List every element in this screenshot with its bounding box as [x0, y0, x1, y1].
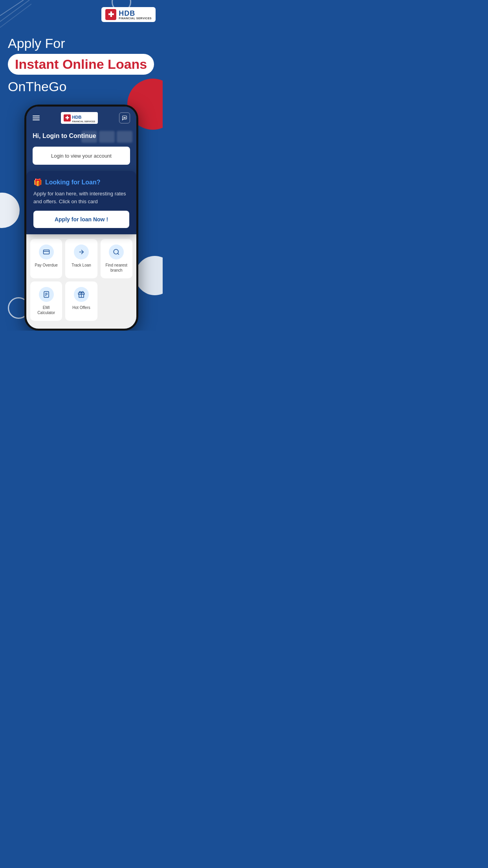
phone-hdb-cross-icon: ✚	[64, 114, 71, 121]
pay-overdue-icon	[39, 245, 54, 259]
page-content: Apply For Instant Online Loans OnTheGo ✚	[0, 0, 163, 331]
hot-offers-label: Hot Offers	[72, 305, 90, 310]
hamburger-menu-icon[interactable]	[33, 116, 40, 120]
menu-item-pay-overdue[interactable]: Pay Overdue	[30, 239, 62, 278]
phone-mockup-wrapper: ✚ HDB FINANCIAL SERVICES	[8, 105, 155, 331]
phone-screen-top: ✚ HDB FINANCIAL SERVICES	[26, 107, 136, 234]
loan-card-title-text: Looking for Loan?	[45, 179, 100, 186]
svg-point-3	[124, 118, 124, 118]
chat-icon[interactable]	[119, 112, 130, 123]
headline-instant-wrapper: Instant Online Loans	[8, 54, 154, 75]
phone-hdb-logo: ✚ HDB FINANCIAL SERVICES	[61, 112, 98, 124]
find-branch-icon	[109, 245, 124, 259]
login-button[interactable]: Login to view your account	[33, 147, 130, 165]
menu-grid-bottom: EMI Calculator Hot Offer	[30, 281, 132, 321]
apply-loan-button[interactable]: Apply for loan Now !	[33, 211, 129, 228]
track-loan-label: Track Loan	[72, 263, 91, 268]
svg-point-5	[125, 118, 125, 118]
svg-point-9	[114, 250, 119, 254]
login-button-label: Login to view your account	[51, 153, 112, 159]
hdb-logo-text: HDB FINANCIAL SERVICES	[119, 10, 152, 20]
hot-offers-icon	[74, 287, 89, 302]
phone-screen-bottom: Pay Overdue Track Loan	[26, 234, 136, 329]
headline-line3: OnTheGo	[8, 79, 155, 95]
hdb-logo-cross-icon: ✚	[105, 9, 116, 20]
track-loan-icon	[74, 245, 89, 259]
loan-card-description: Apply for loan here, with interesting ra…	[33, 190, 129, 205]
phone-hdb-text-block: HDB FINANCIAL SERVICES	[72, 113, 95, 123]
svg-point-4	[124, 118, 125, 118]
loan-card-title-row: 🎁 Looking for Loan?	[33, 178, 129, 187]
svg-rect-6	[43, 250, 49, 254]
phone-border: ✚ HDB FINANCIAL SERVICES	[24, 105, 138, 331]
emi-calculator-icon	[39, 287, 54, 302]
menu-grid-top: Pay Overdue Track Loan	[30, 239, 132, 278]
pay-overdue-label: Pay Overdue	[35, 263, 57, 268]
emi-calculator-label: EMI Calculator	[33, 305, 59, 315]
svg-line-10	[118, 254, 119, 255]
phone-account-tiles-blurred	[81, 131, 132, 143]
headline-line2: Instant Online Loans	[15, 57, 147, 72]
phone-greeting-section: Hi, Login to Continue	[26, 127, 136, 143]
apply-loan-button-label: Apply for loan Now !	[55, 216, 108, 223]
hdb-logo-header: ✚ HDB FINANCIAL SERVICES	[101, 7, 156, 22]
menu-item-track-loan[interactable]: Track Loan	[65, 239, 97, 278]
menu-item-find-branch[interactable]: Find nearest branch	[101, 239, 132, 278]
menu-item-hot-offers[interactable]: Hot Offers	[65, 281, 97, 321]
headline-line1: Apply For	[8, 35, 155, 51]
phone-top-bar: ✚ HDB FINANCIAL SERVICES	[26, 107, 136, 127]
find-branch-label: Find nearest branch	[104, 263, 129, 273]
menu-item-emi-calculator[interactable]: EMI Calculator	[30, 281, 62, 321]
headline-block: Apply For Instant Online Loans OnTheGo	[8, 35, 155, 94]
loan-card[interactable]: 🎁 Looking for Loan? Apply for loan here,…	[26, 171, 136, 234]
loan-gift-icon: 🎁	[33, 178, 42, 187]
menu-grid-empty-cell	[101, 281, 132, 321]
